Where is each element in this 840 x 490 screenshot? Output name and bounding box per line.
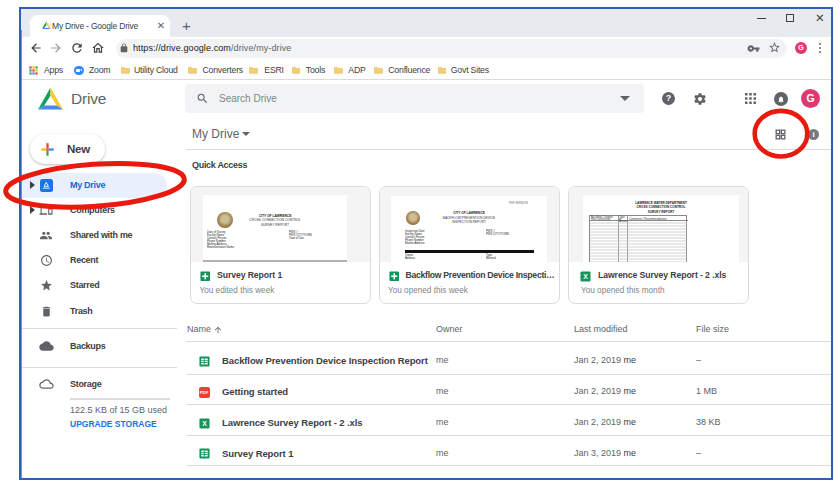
svg-text:X: X: [202, 420, 207, 427]
svg-text:X: X: [583, 273, 588, 280]
